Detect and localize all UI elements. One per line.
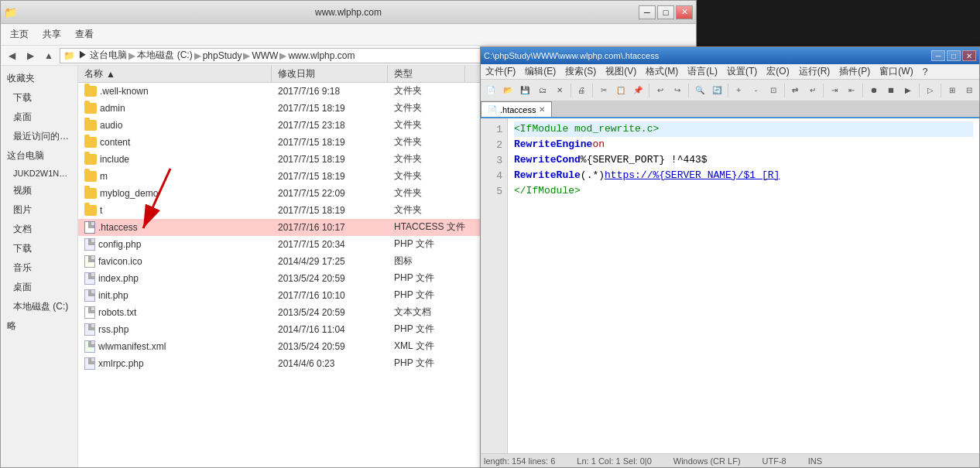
npp-btn-unindent[interactable]: ⇤	[844, 82, 860, 99]
back-button[interactable]: ◀	[4, 48, 19, 63]
file-type-cell: 文件夹	[388, 100, 465, 116]
sidebar-item-computer[interactable]: JUKD2W1N1ZDJQ	[1, 166, 77, 181]
npp-btn-run[interactable]: ▷	[922, 82, 938, 99]
npp-btn-restore[interactable]: ⊡	[765, 82, 781, 99]
npp-btn-indent[interactable]: ⇥	[826, 82, 842, 99]
col-header-name[interactable]: 名称 ▲	[78, 66, 272, 82]
file-date-cell: 2014/4/6 0:23	[272, 355, 388, 371]
npp-btn-print[interactable]: 🖨	[574, 82, 590, 99]
npp-btn-replace[interactable]: 🔄	[708, 82, 725, 99]
npp-menu-help[interactable]: ?	[918, 64, 933, 79]
npp-menu-file[interactable]: 文件(F)	[481, 64, 520, 79]
sidebar-item-thispc[interactable]: 这台电脑	[1, 146, 77, 166]
sidebar-item-more[interactable]: 略	[1, 316, 77, 336]
npp-btn-save[interactable]: 💾	[517, 82, 533, 99]
npp-menu-lang[interactable]: 语言(L)	[683, 64, 722, 79]
npp-tab-htaccess[interactable]: 📄 .htaccess ✕	[481, 101, 552, 117]
line-number: 1	[481, 121, 507, 137]
file-name-cell: admin	[78, 100, 272, 116]
npp-menu-macro[interactable]: 宏(O)	[762, 64, 793, 79]
sidebar-item-favorites[interactable]: 收藏夹	[1, 69, 77, 88]
npp-menu-view[interactable]: 视图(V)	[601, 64, 641, 79]
npp-btn-macro-stop[interactable]: ⏹	[882, 82, 899, 99]
sidebar-item-music[interactable]: 音乐	[1, 258, 77, 278]
npp-close[interactable]: ✕	[962, 50, 976, 61]
sidebar-item-pictures[interactable]: 图片	[1, 200, 77, 220]
sidebar-item-docs[interactable]: 文档	[1, 220, 77, 239]
maximize-button[interactable]: □	[657, 5, 674, 19]
npp-minimize[interactable]: ─	[931, 50, 945, 61]
file-type-cell: PHP 文件	[388, 321, 465, 337]
sidebar-item-video[interactable]: 视频	[1, 181, 77, 200]
line-number: 5	[481, 183, 507, 199]
npp-btn-paste[interactable]: 📌	[630, 82, 646, 99]
npp-maximize[interactable]: □	[947, 50, 961, 61]
sidebar-item-download2[interactable]: 下载	[1, 239, 77, 258]
sidebar-item-desktop1[interactable]: 桌面	[1, 108, 77, 127]
folder-icon	[84, 205, 97, 216]
file-name: m	[100, 171, 108, 182]
php-file-icon	[84, 272, 95, 285]
npp-menu-format[interactable]: 格式(M)	[641, 64, 683, 79]
npp-tab-close[interactable]: ✕	[539, 105, 545, 114]
up-button[interactable]: ▲	[41, 48, 57, 63]
toolbar-sep-4	[688, 84, 689, 97]
toolbar-sep-2	[592, 84, 593, 97]
sidebar-item-desktop2[interactable]: 桌面	[1, 278, 77, 297]
code-line: </IfModule>	[514, 183, 973, 199]
npp-btn-find[interactable]: 🔍	[691, 82, 708, 99]
file-type-cell: XML 文件	[388, 338, 465, 354]
npp-btn-zoom-in[interactable]: +	[731, 82, 747, 99]
sidebar-item-download1[interactable]: 下载	[1, 88, 77, 108]
sidebar-item-recent[interactable]: 最近访问的位置	[1, 127, 77, 146]
file-date-cell: 2013/5/24 20:59	[272, 304, 388, 320]
npp-btn-macro-play[interactable]: ▶	[900, 82, 917, 99]
npp-menu-window[interactable]: 窗口(W)	[875, 64, 917, 79]
menu-main[interactable]: 主页	[4, 26, 35, 43]
col-header-type[interactable]: 类型	[388, 66, 465, 82]
minimize-button[interactable]: ─	[639, 5, 656, 19]
menu-view[interactable]: 查看	[69, 26, 100, 43]
file-type-cell: PHP 文件	[388, 287, 465, 303]
sidebar-item-local[interactable]: 本地磁盘 (C:)	[1, 297, 77, 316]
npp-btn-macro-rec[interactable]: ⏺	[865, 82, 882, 99]
npp-title-bar: C:\phpStudy\WWW\www.wlphp.com\.htaccess …	[481, 47, 979, 64]
address-path: ▶ 这台电脑 ▶ 本地磁盘 (C:) ▶ phpStudy ▶ WWW ▶ ww…	[78, 49, 355, 62]
npp-btn-open[interactable]: 📂	[499, 82, 516, 99]
forward-button[interactable]: ▶	[22, 48, 38, 63]
npp-menu-settings[interactable]: 设置(T)	[722, 64, 762, 79]
npp-menu-edit[interactable]: 编辑(E)	[520, 64, 560, 79]
file-name: index.php	[98, 273, 139, 284]
npp-btn-saveall[interactable]: 🗂	[534, 82, 550, 99]
npp-btn-zoom-out[interactable]: -	[748, 82, 764, 99]
code-line: RewriteEngine on	[514, 137, 973, 152]
npp-menu-plugin[interactable]: 插件(P)	[834, 64, 875, 79]
close-button[interactable]: ✕	[676, 5, 693, 19]
npp-btn-collapse[interactable]: ⊟	[961, 82, 978, 99]
file-date-cell: 2017/7/15 18:19	[272, 100, 388, 116]
code-line: RewriteRule (.*) https://%{SERVER_NAME}/…	[514, 168, 973, 183]
npp-line-numbers: 12345	[481, 118, 508, 453]
menu-share[interactable]: 共享	[36, 26, 67, 43]
npp-menu-run[interactable]: 运行(R)	[794, 64, 835, 79]
black-region	[697, 0, 980, 46]
npp-btn-copy[interactable]: 📋	[612, 82, 629, 99]
npp-content: 12345 <IfModule mod_rewrite.c> RewriteEn…	[481, 118, 979, 453]
npp-btn-wrap[interactable]: ↵	[804, 82, 821, 99]
npp-btn-cut[interactable]: ✂	[595, 82, 612, 99]
toolbar-sep-10	[941, 84, 941, 97]
npp-btn-sync[interactable]: ⇄	[787, 82, 804, 99]
npp-menu-search[interactable]: 搜索(S)	[560, 64, 601, 79]
npp-btn-redo[interactable]: ↪	[670, 82, 686, 99]
file-type-cell: 文件夹	[388, 134, 465, 150]
npp-btn-expand[interactable]: ⊞	[944, 82, 960, 99]
npp-btn-close[interactable]: ✕	[551, 82, 567, 99]
npp-btn-undo[interactable]: ↩	[652, 82, 668, 99]
npp-tab-label: .htaccess	[500, 105, 536, 114]
folder-icon	[84, 86, 97, 97]
title-bar-center: www.wlphp.com	[1, 7, 696, 18]
npp-editor[interactable]: <IfModule mod_rewrite.c> RewriteEngine o…	[508, 118, 979, 453]
npp-tab-bar: 📄 .htaccess ✕	[481, 101, 979, 118]
col-header-date[interactable]: 修改日期	[272, 66, 388, 82]
npp-btn-new[interactable]: 📄	[482, 82, 499, 99]
